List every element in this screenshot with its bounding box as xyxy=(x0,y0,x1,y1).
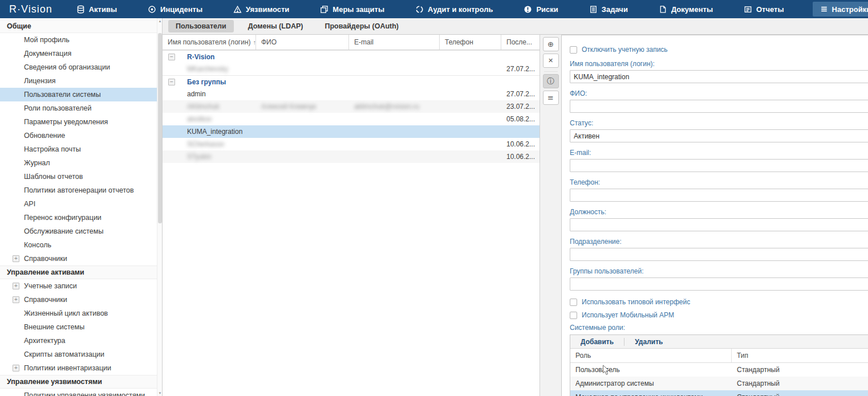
mobile-arm-checkbox[interactable] xyxy=(570,312,577,319)
sidebar-item-asset-lifecycle[interactable]: Жизненный цикл активов xyxy=(0,307,162,320)
sidebar-item-user-roles[interactable]: Роли пользователей xyxy=(0,101,162,115)
typical-ui-row: Использовать типовой интерфейс xyxy=(570,298,868,306)
nav-label: Риски xyxy=(536,5,558,14)
sidebar-item-dictionaries-assets[interactable]: + Справочники xyxy=(0,293,162,307)
list-view-button[interactable]: ≡ xyxy=(543,91,559,105)
position-field[interactable] xyxy=(570,218,868,231)
group-row-rvision[interactable]: − R-Vision xyxy=(163,50,540,63)
sidebar-scrollbar[interactable]: ▲ ▼ xyxy=(157,18,162,396)
tab-ldap-domains[interactable]: Домены (LDAP) xyxy=(241,20,311,32)
nav-label: Настройки xyxy=(832,5,868,14)
nav-label: Задачи xyxy=(602,5,628,14)
sidebar-item-dictionaries-general[interactable]: + Справочники xyxy=(0,252,162,266)
sidebar-item-report-templates[interactable]: Шаблоны отчетов xyxy=(0,170,162,183)
column-header-type[interactable]: Тип xyxy=(732,349,868,362)
delete-role-button[interactable]: Удалить xyxy=(624,338,673,346)
sidebar-item-org-info[interactable]: Сведения об организации xyxy=(0,60,162,74)
sidebar-item-label: Справочники xyxy=(24,296,67,304)
column-header-login[interactable]: Имя пользователя (логин) ↑ xyxy=(163,35,256,50)
status-field[interactable] xyxy=(570,129,868,142)
column-header-fio[interactable]: ФИО xyxy=(256,35,349,50)
user-login: KUMA_integration xyxy=(163,128,256,136)
typical-ui-label: Использовать типовой интерфейс xyxy=(582,298,690,306)
table-row-user[interactable]: admin 27.07.2... xyxy=(163,88,540,100)
sidebar-item-api[interactable]: API xyxy=(0,197,162,211)
column-header-role[interactable]: Роль xyxy=(570,349,732,362)
column-header-email[interactable]: E-mail xyxy=(349,35,440,50)
expand-plus-icon[interactable]: + xyxy=(13,296,19,303)
table-row-user[interactable]: STyukin 10.06.2... xyxy=(163,150,540,163)
department-field[interactable] xyxy=(570,248,868,261)
collapse-minus-icon[interactable]: − xyxy=(168,79,175,85)
sidebar-item-inventory-policies[interactable]: + Политики инвентаризации xyxy=(0,361,162,375)
expand-plus-icon[interactable]: + xyxy=(13,365,19,371)
nav-item-vulnerabilities[interactable]: Уязвимости xyxy=(231,2,291,17)
email-field[interactable] xyxy=(570,159,868,172)
sidebar-item-system-users[interactable]: Пользователи системы xyxy=(0,88,162,101)
sidebar-item-label: Учетные записи xyxy=(24,282,77,290)
collapse-minus-icon[interactable]: − xyxy=(168,54,175,60)
role-row[interactable]: Администратор системы Стандартный xyxy=(570,377,868,390)
column-header-last-login[interactable]: После... xyxy=(501,35,540,50)
nav-item-risks[interactable]: Риски xyxy=(521,2,560,17)
sidebar-item-console[interactable]: Консоль xyxy=(0,238,162,252)
table-row-user[interactable]: alvolkov 05.08.2... xyxy=(163,113,540,125)
add-user-button[interactable]: ⊕ xyxy=(543,37,559,51)
column-label: Имя пользователя (логин) xyxy=(168,38,251,46)
disable-account-checkbox[interactable] xyxy=(570,46,577,54)
sidebar-item-external-systems[interactable]: Внешние системы xyxy=(0,320,162,334)
role-type: Стандартный xyxy=(732,393,868,396)
user-last-login: 27.07.2... xyxy=(501,90,540,98)
column-header-phone[interactable]: Телефон xyxy=(440,35,501,50)
nav-item-incidents[interactable]: Инциденты xyxy=(145,2,205,17)
nav-item-settings[interactable]: Настройки xyxy=(813,2,868,17)
nav-item-safeguards[interactable]: Меры защиты xyxy=(318,2,387,17)
nav-item-reports[interactable]: Отчеты xyxy=(741,2,786,17)
sidebar-item-label: Политики инвентаризации xyxy=(24,364,111,372)
tab-users[interactable]: Пользователи xyxy=(168,20,234,32)
fio-field[interactable] xyxy=(570,100,868,113)
role-row-selected[interactable]: Менеджер по управлению инцидентами Станд… xyxy=(570,390,868,396)
sidebar-item-documentation[interactable]: Документация xyxy=(0,47,162,60)
scroll-down-arrow[interactable]: ▼ xyxy=(158,391,162,395)
delete-user-button[interactable]: ✕ xyxy=(543,54,559,68)
sidebar-section-general: Общие xyxy=(0,19,162,33)
phone-field[interactable] xyxy=(570,189,868,202)
settings-sidebar: Общие Мой профиль Документация Сведения … xyxy=(0,18,163,396)
group-row-no-group[interactable]: − Без группы xyxy=(163,75,540,88)
sidebar-item-journal[interactable]: Журнал xyxy=(0,156,162,170)
sidebar-item-mail-settings[interactable]: Настройка почты xyxy=(0,142,162,156)
sidebar-item-report-autogen-policies[interactable]: Политики автогенерации отчетов xyxy=(0,183,162,197)
roles-toolbar: Добавить Удалить xyxy=(570,335,868,349)
sidebar-item-architecture[interactable]: Архитектура xyxy=(0,334,162,348)
nav-item-assets[interactable]: Активы xyxy=(74,2,119,17)
sidebar-item-automation-scripts[interactable]: Скрипты автоматизации xyxy=(0,348,162,361)
tab-oauth-providers[interactable]: Провайдеры (OAuth) xyxy=(317,20,406,32)
login-field[interactable] xyxy=(570,70,868,83)
expand-plus-icon[interactable]: + xyxy=(13,283,19,289)
typical-ui-checkbox[interactable] xyxy=(570,299,577,306)
sidebar-item-system-maintenance[interactable]: Обслуживание системы xyxy=(0,224,162,238)
sidebar-item-license[interactable]: Лицензия xyxy=(0,74,162,88)
table-row-user-selected[interactable]: KUMA_integration xyxy=(163,125,540,138)
scroll-up-arrow[interactable]: ▲ xyxy=(158,19,162,23)
sidebar-item-accounts[interactable]: + Учетные записи xyxy=(0,279,162,293)
nav-item-audit[interactable]: Аудит и контроль xyxy=(413,2,495,17)
add-role-button[interactable]: Добавить xyxy=(570,338,624,346)
expand-plus-icon[interactable]: + xyxy=(13,255,19,262)
nav-item-documents[interactable]: Документы xyxy=(656,2,715,17)
table-row-user[interactable]: AKlimchuk Алексей Климчук aklimchuk@rvis… xyxy=(163,100,540,113)
user-groups-field[interactable] xyxy=(570,277,868,291)
scrollbar-thumb[interactable] xyxy=(158,33,162,223)
sidebar-item-vuln-management-policies[interactable]: Политики управления уязвимостями xyxy=(0,389,162,396)
user-fio: Алексей Климчук xyxy=(256,103,349,111)
sidebar-item-update[interactable]: Обновление xyxy=(0,129,162,142)
sidebar-item-notification-params[interactable]: Параметры уведомления xyxy=(0,115,162,129)
nav-item-tasks[interactable]: Задачи xyxy=(587,2,630,17)
info-panel-button[interactable]: ⓘ xyxy=(543,74,559,88)
sidebar-item-config-transfer[interactable]: Перенос конфигурации xyxy=(0,211,162,224)
sidebar-item-my-profile[interactable]: Мой профиль xyxy=(0,33,162,47)
table-row-user[interactable]: MKarchevsky 27.07.2... xyxy=(163,63,540,75)
role-row[interactable]: Пользователь Стандартный xyxy=(570,363,868,377)
table-row-user[interactable]: SCherkasov 10.06.2... xyxy=(163,138,540,150)
